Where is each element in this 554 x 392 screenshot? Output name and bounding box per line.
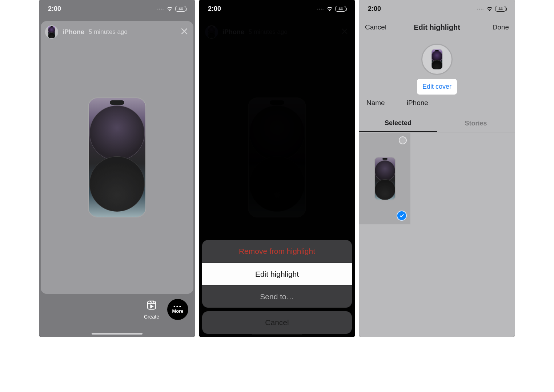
status-time: 2:00 — [48, 5, 61, 13]
wifi-icon — [166, 5, 173, 12]
tab-stories[interactable]: Stories — [437, 115, 515, 132]
screen-highlight-viewer: 2:00 •••• 44 iPhone 5 minutes ago — [39, 0, 195, 337]
page-title: Edit highlight — [414, 23, 460, 32]
cancel-button[interactable]: Cancel — [365, 23, 386, 31]
battery-icon: 44 — [335, 6, 346, 12]
tabs: Selected Stories — [359, 115, 515, 132]
story-content-image — [88, 97, 146, 217]
signal-dots-icon: •••• — [317, 7, 324, 11]
edit-cover-button[interactable]: Edit cover — [418, 80, 456, 93]
checkmark-badge-icon — [397, 211, 407, 221]
wifi-icon — [326, 5, 333, 12]
signal-dots-icon: •••• — [477, 7, 484, 11]
status-time: 2:00 — [368, 5, 381, 13]
name-input[interactable]: iPhone — [407, 99, 428, 107]
battery-icon: 44 — [495, 6, 506, 12]
screen-action-sheet: 2:00 •••• 44 iPhone 5 minutes ago — [199, 0, 355, 337]
name-label: Name — [366, 99, 385, 107]
battery-icon: 44 — [175, 6, 186, 12]
highlight-avatar[interactable] — [45, 25, 58, 39]
selected-stories-grid — [359, 133, 515, 337]
done-button[interactable]: Done — [493, 23, 509, 31]
screen-edit-highlight: 2:00 •••• 44 Cancel Edit highlight Done … — [359, 0, 515, 337]
create-label: Create — [144, 314, 159, 320]
svg-rect-0 — [148, 301, 156, 309]
status-bar: 2:00 •••• 44 — [359, 0, 515, 17]
menu-send-to[interactable]: Send to… — [202, 285, 352, 308]
highlight-name: iPhone — [63, 28, 84, 36]
menu-remove-from-highlight[interactable]: Remove from highlight — [202, 240, 352, 263]
more-dots-icon: ••• — [173, 305, 182, 308]
home-indicator[interactable] — [92, 333, 142, 335]
menu-cancel[interactable]: Cancel — [202, 311, 352, 334]
selection-indicator-icon — [399, 136, 407, 144]
create-button[interactable]: Create — [144, 300, 159, 320]
highlight-cover-preview[interactable] — [421, 44, 453, 75]
story-card[interactable]: iPhone 5 minutes ago — [41, 21, 193, 294]
reel-icon — [146, 300, 157, 312]
wifi-icon — [486, 5, 493, 12]
story-timestamp: 5 minutes ago — [89, 28, 128, 36]
status-bar: 2:00 •••• 44 — [39, 0, 195, 17]
status-time: 2:00 — [208, 5, 221, 13]
signal-dots-icon: •••• — [157, 7, 164, 11]
story-thumbnail[interactable] — [359, 133, 410, 224]
menu-edit-highlight[interactable]: Edit highlight — [202, 263, 352, 285]
more-label: More — [172, 308, 183, 314]
nav-bar: Cancel Edit highlight Done — [359, 18, 515, 36]
more-button[interactable]: ••• More — [167, 299, 188, 320]
status-bar: 2:00 •••• 44 — [199, 0, 355, 17]
close-icon[interactable] — [180, 27, 189, 37]
action-sheet: Remove from highlight Edit highlight Sen… — [202, 240, 352, 334]
tab-selected[interactable]: Selected — [359, 115, 437, 132]
